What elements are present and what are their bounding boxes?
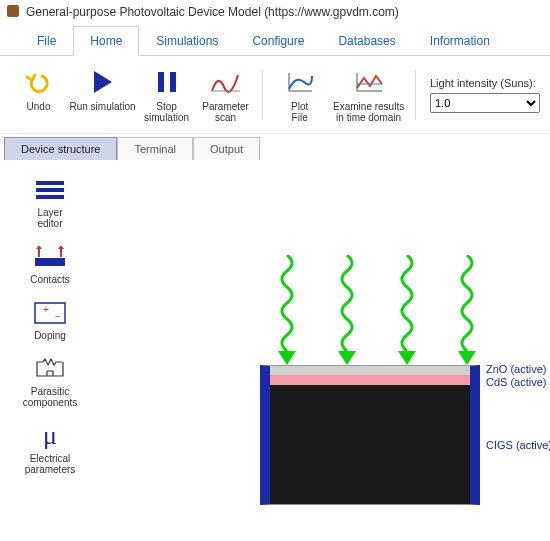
svg-marker-18 [458,351,476,365]
svg-rect-3 [170,72,176,92]
svg-rect-6 [36,195,64,199]
layer-label-cigs: CIGS (active) [486,439,550,452]
light-waves-icon [272,255,482,365]
svg-marker-11 [58,246,64,249]
doping-icon: +− [32,299,68,327]
sidebar-item-electrical[interactable]: μ Electrical parameters [14,422,86,475]
layer-label-cds: CdS (active) [486,376,550,389]
light-wave-icon [392,255,422,365]
plot-file-button[interactable]: Plot File [271,62,328,128]
sidebar-label: Electrical parameters [25,453,76,475]
pause-icon [149,66,185,98]
parameter-scan-button[interactable]: Parameter scan [197,62,254,128]
menutab-databases[interactable]: Databases [321,26,412,55]
svg-marker-9 [36,246,42,249]
stop-label: Stop simulation [144,101,189,123]
layer-zno [260,365,480,375]
menutab-information[interactable]: Information [413,26,507,55]
svg-marker-16 [338,351,356,365]
sidebar-item-parasitic[interactable]: Parasitic components [14,355,86,408]
svg-marker-15 [278,351,296,365]
device-canvas: ZnO (active) CdS (active) CIGS (active) [100,160,550,541]
subtab-device-structure[interactable]: Device structure [4,137,117,160]
window-title: General-purpose Photovoltaic Device Mode… [26,5,399,19]
svg-text:−: − [55,311,61,322]
layer-cds [260,375,480,385]
undo-button[interactable]: Undo [10,62,67,128]
layers-icon [32,176,68,204]
workarea: Layer editor Contacts +− Doping Parasiti… [0,160,550,541]
sidebar-label: Doping [34,330,66,341]
run-label: Run simulation [69,101,135,112]
plot-icon [282,66,318,98]
stop-simulation-button[interactable]: Stop simulation [138,62,195,128]
examine-label: Examine results in time domain [333,101,404,123]
svg-rect-4 [36,181,64,185]
mu-icon: μ [32,422,68,450]
light-wave-icon [332,255,362,365]
svg-rect-0 [7,5,19,17]
svg-marker-17 [398,351,416,365]
sidebar-label: Parasitic components [23,386,77,408]
layer-label-zno: ZnO (active) [486,363,550,376]
light-intensity-select[interactable]: 1.0 [430,93,540,113]
light-wave-icon [272,255,302,365]
svg-rect-5 [36,188,64,192]
sidebar-item-contacts[interactable]: Contacts [14,243,86,285]
svg-text:+: + [43,304,49,315]
layer-cigs [260,385,480,505]
menutab-simulations[interactable]: Simulations [139,26,235,55]
plot-label: Plot File [291,101,308,123]
menutab-file[interactable]: File [20,26,73,55]
ribbon-separator [262,70,263,120]
app-icon [6,4,20,20]
subtabs: Device structure Terminal Output [0,134,550,160]
menubar: File Home Simulations Configure Database… [0,24,550,56]
svg-rect-2 [158,72,164,92]
contacts-icon [32,243,68,271]
menutab-home[interactable]: Home [73,26,139,56]
ribbon: Undo Run simulation Stop simulation Para… [0,56,550,134]
examine-icon [351,66,387,98]
svg-rect-7 [35,258,65,266]
subtab-terminal[interactable]: Terminal [117,137,193,160]
svg-marker-1 [94,71,112,93]
play-icon [85,66,121,98]
light-intensity-label: Light intensity (Suns): [430,77,540,89]
run-simulation-button[interactable]: Run simulation [69,62,136,128]
ribbon-separator [415,70,416,120]
scan-icon [208,66,244,98]
sidebar-label: Layer editor [37,207,62,229]
scan-label: Parameter scan [202,101,249,123]
circuit-icon [32,355,68,383]
examine-results-button[interactable]: Examine results in time domain [330,62,407,128]
device-stack [260,365,480,505]
sidebar: Layer editor Contacts +− Doping Parasiti… [0,160,100,541]
subtab-output[interactable]: Output [193,137,260,160]
menutab-configure[interactable]: Configure [235,26,321,55]
light-wave-icon [452,255,482,365]
sidebar-label: Contacts [30,274,69,285]
sidebar-item-layer-editor[interactable]: Layer editor [14,176,86,229]
light-intensity-block: Light intensity (Suns): 1.0 [424,77,540,113]
titlebar: General-purpose Photovoltaic Device Mode… [0,0,550,24]
undo-icon [21,66,57,98]
undo-label: Undo [27,101,51,112]
sidebar-item-doping[interactable]: +− Doping [14,299,86,341]
layer-labels: ZnO (active) CdS (active) CIGS (active) [486,363,550,452]
